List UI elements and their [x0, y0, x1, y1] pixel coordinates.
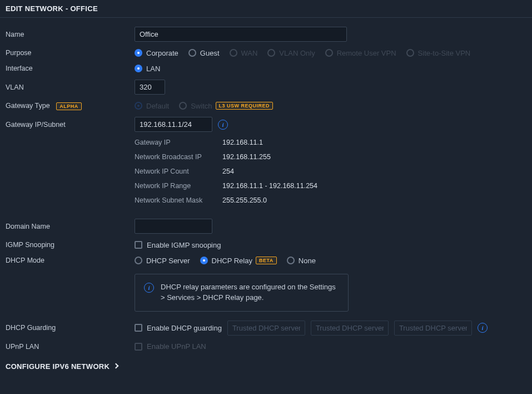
- radio-label: Site-to-Site VPN: [418, 49, 471, 57]
- radio-label: Guest: [200, 49, 220, 57]
- trusted-server-1-input[interactable]: [227, 321, 305, 336]
- radio-dhcp-relay[interactable]: DHCP Relay: [200, 257, 252, 265]
- detail-label: Gateway IP: [135, 139, 222, 146]
- info-icon[interactable]: i: [478, 323, 488, 333]
- row-upnp: UPnP LAN Enable UPnP LAN: [0, 339, 532, 354]
- checkbox-upnp: Enable UPnP LAN: [135, 342, 206, 351]
- row-interface: Interface LAN: [0, 61, 532, 76]
- checkbox-box-icon: [135, 241, 142, 249]
- vlan-input[interactable]: [135, 80, 165, 95]
- label-igmp: IGMP Snooping: [6, 241, 135, 249]
- row-vlan: VLAN: [0, 76, 532, 98]
- detail-count: Network IP Count 254: [0, 164, 532, 179]
- checkbox-label: Enable IGMP snooping: [147, 241, 221, 249]
- detail-value: 192.168.11.1 - 192.168.11.254: [222, 182, 317, 190]
- label-dhcp-mode: DHCP Mode: [6, 257, 135, 264]
- detail-value: 255.255.255.0: [222, 196, 267, 204]
- checkbox-box-icon: [135, 343, 142, 351]
- radio-vlan-only: VLAN Only: [267, 49, 315, 57]
- radio-site-vpn: Site-to-Site VPN: [406, 49, 471, 57]
- chevron-right-icon: [113, 363, 119, 369]
- detail-label: Network Subnet Mask: [135, 196, 222, 204]
- section-link-label: CONFIGURE IPV6 NETWORK: [6, 362, 110, 371]
- radio-circle-icon: [267, 49, 275, 57]
- row-dhcp-guarding: DHCP Guarding Enable DHCP guarding i: [0, 317, 532, 339]
- radio-dhcp-none[interactable]: None: [287, 257, 316, 265]
- edit-network-form: Name Purpose Corporate Guest WAN VLAN On…: [0, 18, 532, 376]
- radio-circle-icon: [200, 257, 208, 264]
- radio-dhcp-server[interactable]: DHCP Server: [135, 257, 190, 265]
- detail-value: 192.168.11.255: [222, 153, 271, 161]
- radio-circle-icon: [135, 257, 142, 264]
- row-gateway-ip-subnet: Gateway IP/Subnet i: [0, 114, 532, 135]
- radio-circle-icon: [230, 49, 237, 57]
- radio-label: Remote User VPN: [337, 49, 396, 57]
- beta-badge: BETA: [256, 257, 277, 264]
- detail-label: Network IP Range: [135, 182, 222, 190]
- radio-circle-icon: [325, 49, 333, 57]
- radio-circle-icon: [406, 49, 414, 57]
- radio-circle-icon: [135, 102, 142, 110]
- checkbox-igmp[interactable]: Enable IGMP snooping: [135, 241, 221, 249]
- row-name: Name: [0, 23, 532, 45]
- radio-label: Switch: [191, 102, 212, 110]
- label-gateway-ip-subnet: Gateway IP/Subnet: [6, 121, 135, 129]
- page-title: EDIT NETWORK - OFFICE: [6, 4, 526, 13]
- label-vlan: VLAN: [6, 83, 135, 91]
- row-dhcp-mode: DHCP Mode DHCP Server DHCP Relay BETA No…: [0, 253, 532, 268]
- detail-label: Network IP Count: [135, 168, 222, 175]
- label-domain-name: Domain Name: [6, 223, 135, 230]
- radio-guest[interactable]: Guest: [188, 49, 220, 57]
- radio-corporate[interactable]: Corporate: [135, 49, 178, 57]
- label-gateway-type: Gateway Type ALPHA: [6, 102, 135, 110]
- radio-label: DHCP Server: [146, 257, 190, 265]
- alpha-badge: ALPHA: [56, 102, 82, 110]
- radio-lan[interactable]: LAN: [135, 65, 160, 73]
- trusted-server-2-input[interactable]: [311, 321, 389, 336]
- row-gateway-type: Gateway Type ALPHA Default Switch L3 USW…: [0, 98, 532, 114]
- radio-label: DHCP Relay: [212, 257, 252, 265]
- row-domain-name: Domain Name: [0, 215, 532, 237]
- detail-value: 254: [222, 168, 234, 175]
- radio-circle-icon: [179, 102, 187, 110]
- radio-label: VLAN Only: [279, 49, 315, 57]
- domain-name-input[interactable]: [135, 219, 212, 234]
- checkbox-dhcp-guarding[interactable]: Enable DHCP guarding: [135, 324, 222, 332]
- label-purpose: Purpose: [6, 49, 135, 57]
- trusted-server-3-input[interactable]: [394, 321, 472, 336]
- radio-circle-icon: [287, 257, 295, 264]
- radio-wan: WAN: [230, 49, 258, 57]
- radio-label: None: [299, 257, 316, 265]
- checkbox-box-icon: [135, 324, 142, 332]
- name-input[interactable]: [135, 27, 347, 42]
- label-dhcp-guarding: DHCP Guarding: [6, 324, 135, 332]
- radio-circle-icon: [188, 49, 196, 57]
- info-icon[interactable]: i: [218, 120, 228, 130]
- gateway-ip-subnet-input[interactable]: [135, 117, 212, 132]
- row-igmp: IGMP Snooping Enable IGMP snooping: [0, 237, 532, 253]
- dhcp-relay-info-box: i DHCP relay parameters are configured o…: [135, 274, 349, 312]
- info-message: DHCP relay parameters are configured on …: [161, 282, 339, 303]
- label-interface: Interface: [6, 65, 135, 72]
- radio-label: LAN: [146, 65, 160, 73]
- page-header: EDIT NETWORK - OFFICE: [0, 0, 532, 18]
- radio-circle-icon: [135, 49, 142, 57]
- detail-value: 192.168.11.1: [222, 139, 263, 146]
- l3-required-badge: L3 USW REQUIRED: [216, 102, 274, 110]
- checkbox-label: Enable UPnP LAN: [147, 342, 206, 351]
- detail-label: Network Broadcast IP: [135, 153, 222, 161]
- checkbox-label: Enable DHCP guarding: [147, 324, 222, 332]
- label-text: Gateway Type: [6, 102, 50, 110]
- detail-gateway-ip: Gateway IP 192.168.11.1: [0, 135, 532, 150]
- radio-label: Default: [146, 102, 169, 110]
- label-upnp: UPnP LAN: [6, 343, 135, 351]
- radio-label: Corporate: [146, 49, 178, 57]
- detail-mask: Network Subnet Mask 255.255.255.0: [0, 193, 532, 208]
- label-name: Name: [6, 31, 135, 38]
- detail-range: Network IP Range 192.168.11.1 - 192.168.…: [0, 179, 532, 193]
- detail-broadcast: Network Broadcast IP 192.168.11.255: [0, 150, 532, 164]
- row-purpose: Purpose Corporate Guest WAN VLAN Only Re…: [0, 45, 532, 61]
- configure-ipv6-link[interactable]: CONFIGURE IPV6 NETWORK: [0, 354, 532, 376]
- radio-label: WAN: [241, 49, 258, 57]
- info-icon: i: [144, 283, 154, 293]
